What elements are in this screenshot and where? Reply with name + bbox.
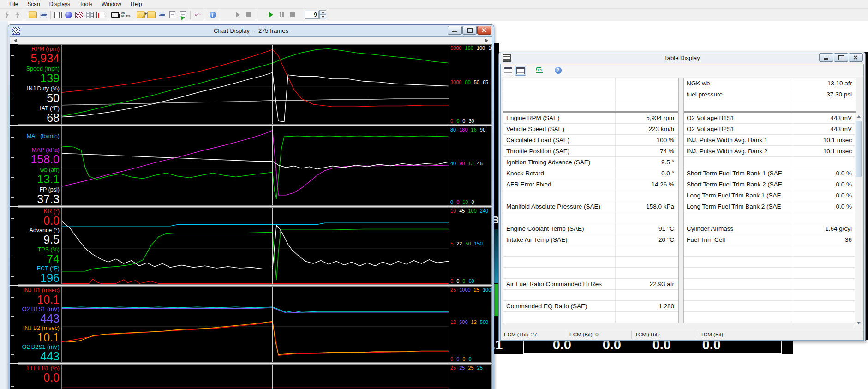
table-row[interactable] bbox=[684, 157, 856, 168]
menu-help[interactable]: Help bbox=[126, 0, 147, 8]
table-row[interactable] bbox=[503, 312, 678, 323]
chart-plot[interactable] bbox=[62, 287, 449, 362]
table-vertical-scrollbar[interactable] bbox=[855, 113, 862, 327]
table-view-icon[interactable] bbox=[503, 66, 513, 75]
table-row[interactable]: Fuel Trim Cell36 bbox=[684, 234, 856, 245]
table-row[interactable]: Engine RPM (SAE)5,934 rpm bbox=[503, 113, 678, 124]
table-row[interactable]: NGK wb13.10 afr bbox=[684, 78, 856, 89]
table-row[interactable] bbox=[503, 212, 678, 223]
chart-plot[interactable] bbox=[62, 365, 449, 389]
chart-window-titlebar[interactable]: Chart Display - 275 frames bbox=[10, 25, 492, 36]
stop2-icon[interactable] bbox=[287, 11, 297, 19]
stop-icon[interactable] bbox=[244, 11, 253, 19]
info-icon[interactable] bbox=[208, 11, 217, 19]
table-row[interactable]: Cylinder Airmass1.64 g/cyl bbox=[684, 223, 856, 234]
table-row[interactable]: Intake Air Temp (SAE)20 °C bbox=[503, 234, 678, 245]
folder2-icon[interactable] bbox=[146, 11, 156, 19]
table-minimize-button[interactable] bbox=[819, 53, 833, 62]
table-row[interactable]: Knock Retard0.0 ° bbox=[503, 168, 678, 179]
menu-window[interactable]: Window bbox=[97, 0, 126, 8]
chart-plot[interactable] bbox=[62, 126, 449, 205]
pause-icon[interactable] bbox=[277, 11, 287, 19]
table-row[interactable]: fuel pressure37.30 psi bbox=[684, 89, 856, 100]
table-row[interactable]: O2 Voltage B2S1443 mV bbox=[684, 124, 856, 135]
table-row[interactable]: Long Term Fuel Trim Bank 1 (SAE0.0 % bbox=[684, 190, 856, 201]
table-row[interactable] bbox=[503, 268, 678, 279]
flash-icon[interactable] bbox=[2, 11, 12, 19]
engine-icon[interactable] bbox=[110, 11, 120, 19]
table-view-selected-icon[interactable] bbox=[515, 66, 526, 76]
table-maximize-button[interactable] bbox=[834, 53, 848, 62]
table-row[interactable] bbox=[684, 301, 856, 312]
sphere-icon[interactable] bbox=[64, 11, 73, 19]
table-row[interactable] bbox=[684, 245, 856, 257]
table-row[interactable]: INJ. Pulse Width Avg. Bank 210.1 msec bbox=[684, 146, 856, 157]
table-row[interactable]: Ignition Timing Advance (SAE)9.5 ° bbox=[503, 157, 678, 168]
table-row[interactable] bbox=[684, 212, 856, 223]
scroll-up-icon[interactable] bbox=[855, 113, 862, 120]
doc-export-icon[interactable] bbox=[178, 11, 188, 19]
table-row[interactable]: INJ. Pulse Width Avg. Bank 110.1 msec bbox=[684, 135, 856, 146]
table-window-titlebar[interactable]: Table Display bbox=[500, 52, 864, 64]
table-row[interactable] bbox=[684, 268, 856, 279]
table-row[interactable] bbox=[503, 89, 678, 100]
open-folder-icon[interactable] bbox=[28, 11, 37, 19]
table-row[interactable]: Manifold Absolute Pressure (SAE)158.0 kP… bbox=[503, 201, 678, 212]
doc-icon[interactable] bbox=[168, 11, 177, 19]
table-row[interactable] bbox=[684, 257, 856, 268]
zigzag-icon[interactable] bbox=[74, 11, 84, 19]
scroll-down-icon[interactable] bbox=[855, 320, 862, 327]
menu-file[interactable]: File bbox=[5, 0, 23, 8]
table-row[interactable] bbox=[503, 257, 678, 268]
chart-horizontal-scrollbar[interactable] bbox=[10, 37, 492, 44]
frame-spinner[interactable]: 9 bbox=[305, 10, 326, 19]
onoff-icon[interactable] bbox=[121, 11, 131, 19]
save-icon[interactable] bbox=[38, 11, 48, 19]
table-row[interactable]: Long Term Fuel Trim Bank 2 (SAE0.0 % bbox=[684, 201, 856, 212]
table-row[interactable]: Vehicle Speed (SAE)223 km/h bbox=[503, 124, 678, 135]
table-row[interactable] bbox=[503, 190, 678, 201]
save2-icon[interactable] bbox=[157, 11, 167, 19]
table-row[interactable]: Calculated Load (SAE)100 % bbox=[503, 135, 678, 146]
table-row[interactable] bbox=[684, 312, 856, 323]
table-close-button[interactable] bbox=[849, 53, 863, 62]
menu-scan[interactable]: Scan bbox=[23, 0, 44, 8]
play-green-icon[interactable] bbox=[266, 11, 276, 19]
table-row[interactable] bbox=[684, 290, 856, 301]
table-row[interactable]: Air Fuel Ratio Commanded Hi Res22.93 afr bbox=[503, 279, 678, 290]
table-icon[interactable] bbox=[53, 11, 63, 19]
table-row[interactable]: Short Term Fuel Trim Bank 1 (SAE0.0 % bbox=[684, 168, 856, 179]
table-row[interactable] bbox=[503, 78, 678, 89]
hpt-logo-icon[interactable] bbox=[534, 66, 545, 75]
chart-close-button[interactable] bbox=[477, 26, 491, 35]
table-row[interactable] bbox=[684, 100, 856, 111]
menu-displays[interactable]: Displays bbox=[45, 0, 75, 8]
spinner-up-icon[interactable] bbox=[319, 10, 326, 15]
chart-plot[interactable] bbox=[62, 208, 449, 284]
table-row[interactable]: Short Term Fuel Trim Bank 2 (SAE0.0 % bbox=[684, 179, 856, 190]
chart-plot[interactable] bbox=[62, 45, 449, 124]
chart-maximize-button[interactable] bbox=[462, 26, 477, 35]
menu-tools[interactable]: Tools bbox=[75, 0, 97, 8]
grid-icon[interactable] bbox=[85, 11, 95, 19]
play-icon[interactable] bbox=[233, 11, 243, 19]
scrollbar-thumb[interactable] bbox=[856, 121, 862, 177]
frame-spinner-value[interactable]: 9 bbox=[305, 11, 319, 19]
table-row[interactable] bbox=[503, 245, 678, 257]
table-row[interactable]: AFR Error Fixed14.26 % bbox=[503, 179, 678, 190]
chart-scroll-right-icon[interactable] bbox=[485, 39, 490, 42]
list-icon[interactable] bbox=[96, 11, 105, 19]
table-row[interactable] bbox=[684, 279, 856, 290]
help-icon[interactable] bbox=[553, 66, 563, 75]
chart-minimize-button[interactable] bbox=[448, 26, 462, 35]
table-row[interactable]: Throttle Position (SAE)74 % bbox=[503, 146, 678, 157]
convert-icon[interactable] bbox=[193, 11, 203, 19]
table-row[interactable] bbox=[503, 290, 678, 301]
folder-edit-icon[interactable] bbox=[136, 11, 145, 19]
table-row[interactable]: Engine Coolant Temp (SAE)91 °C bbox=[503, 223, 678, 234]
chart-scroll-left-icon[interactable] bbox=[12, 39, 17, 42]
table-row[interactable]: Commanded EQ Ratio (SAE)1.280 bbox=[503, 301, 678, 312]
spinner-down-icon[interactable] bbox=[319, 15, 326, 19]
table-row[interactable] bbox=[503, 100, 678, 111]
flash2-icon[interactable] bbox=[13, 11, 23, 19]
